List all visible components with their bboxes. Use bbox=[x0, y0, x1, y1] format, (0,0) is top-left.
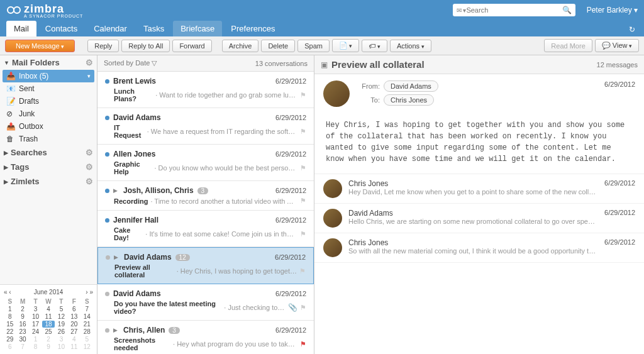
flag-icon[interactable]: ⚑ bbox=[300, 164, 306, 172]
cal-day[interactable]: 7 bbox=[16, 343, 28, 350]
expand-toggle-icon[interactable]: ▣ bbox=[321, 60, 328, 69]
cal-day[interactable]: 9 bbox=[42, 343, 54, 350]
conversation-item[interactable]: Brent Lewis 6/29/2012 Lunch Plans? · Wan… bbox=[97, 72, 314, 108]
delete-button[interactable]: Delete bbox=[261, 40, 295, 52]
user-menu[interactable]: Peter Barkley ▾ bbox=[582, 6, 638, 14]
cal-next-icons[interactable]: › » bbox=[86, 289, 93, 296]
flag-icon[interactable]: ⚑ bbox=[299, 267, 306, 275]
tab-tasks[interactable]: Tasks bbox=[136, 21, 172, 36]
cal-day[interactable]: 9 bbox=[16, 313, 28, 320]
tab-briefcase[interactable]: Briefcase bbox=[173, 21, 222, 36]
cal-day[interactable]: 1 bbox=[4, 306, 16, 313]
cal-day[interactable]: 5 bbox=[81, 336, 93, 343]
sidebar-folder-junk[interactable]: ⊘Junk bbox=[3, 108, 94, 120]
cal-day[interactable]: 5 bbox=[55, 306, 67, 313]
to-chip[interactable]: Chris Jones bbox=[384, 94, 434, 106]
conversation-item[interactable]: ▶ David Adams 12 6/29/2012 Preview all c… bbox=[97, 247, 314, 284]
sidebar-section[interactable]: ▶Searches⚙ bbox=[0, 145, 97, 160]
cal-day[interactable]: 13 bbox=[68, 313, 80, 320]
sidebar-folder-drafts[interactable]: 📝Drafts bbox=[3, 95, 94, 108]
tag-button[interactable]: 🏷 bbox=[362, 40, 387, 52]
flag-icon[interactable]: ⚑ bbox=[300, 128, 306, 136]
actions-button[interactable]: Actions bbox=[390, 40, 431, 52]
sidebar-folder-outbox[interactable]: 📤Outbox bbox=[3, 120, 94, 133]
sort-by[interactable]: Sorted by Date ▽ bbox=[104, 59, 157, 67]
cal-day[interactable]: 29 bbox=[4, 336, 16, 343]
reply-button[interactable]: Reply bbox=[87, 40, 119, 52]
flag-icon[interactable]: ⚑ bbox=[300, 91, 306, 99]
sidebar-folder-trash[interactable]: 🗑Trash bbox=[3, 133, 94, 145]
conversation-item[interactable]: David Adams 6/29/2012 IT Request · We ha… bbox=[97, 108, 314, 145]
conversation-item[interactable]: Allen Jones 6/29/2012 Graphic Help · Do … bbox=[97, 145, 314, 181]
cal-day[interactable]: 6 bbox=[4, 343, 16, 350]
gear-icon[interactable]: ⚙ bbox=[86, 162, 93, 172]
cal-day[interactable]: 3 bbox=[30, 306, 42, 313]
new-message-button[interactable]: New Message bbox=[5, 40, 75, 52]
gear-icon[interactable]: ⚙ bbox=[86, 148, 93, 157]
thread-item[interactable]: Chris Jones So with all the new material… bbox=[314, 233, 644, 263]
conversation-item[interactable]: ▶ Josh, Allison, Chris 3 6/29/2012 Recor… bbox=[97, 181, 314, 211]
cal-day[interactable]: 3 bbox=[55, 336, 67, 343]
folder-move-button[interactable]: 📄 bbox=[332, 39, 360, 52]
cal-day[interactable]: 19 bbox=[55, 321, 67, 328]
cal-day[interactable]: 28 bbox=[81, 328, 93, 335]
cal-day[interactable]: 15 bbox=[4, 321, 16, 328]
cal-day[interactable]: 18 bbox=[42, 321, 54, 328]
cal-day[interactable]: 21 bbox=[81, 321, 93, 328]
conversation-item[interactable]: David Adams 6/29/2012 Do you have the la… bbox=[97, 284, 314, 321]
cal-day[interactable]: 16 bbox=[16, 321, 28, 328]
sidebar-folder-inbox[interactable]: 📥Inbox (5)▾ bbox=[3, 70, 94, 82]
refresh-icon[interactable]: ↻ bbox=[626, 23, 638, 36]
conversation-item[interactable]: Jennifer Hall 6/29/2012 Cake Day! · It's… bbox=[97, 211, 314, 247]
flag-icon[interactable]: ⚑ bbox=[300, 304, 306, 312]
sidebar-section[interactable]: ▶Zimlets⚙ bbox=[0, 174, 97, 189]
gear-icon[interactable]: ⚙ bbox=[86, 177, 93, 186]
tab-calendar[interactable]: Calendar bbox=[86, 21, 135, 36]
flag-icon[interactable]: ⚑ bbox=[300, 340, 306, 348]
thread-item[interactable]: David Adams Hello Chris, we are starting… bbox=[314, 204, 644, 233]
cal-day[interactable]: 22 bbox=[4, 328, 16, 335]
gear-icon[interactable]: ⚙ bbox=[86, 58, 93, 67]
chevron-right-icon[interactable]: ▶ bbox=[114, 254, 118, 260]
cal-day[interactable]: 27 bbox=[68, 328, 80, 335]
search-icon[interactable]: 🔍 bbox=[562, 6, 572, 14]
sidebar-section[interactable]: ▶Tags⚙ bbox=[0, 160, 97, 174]
search-input[interactable] bbox=[466, 6, 562, 14]
tab-contacts[interactable]: Contacts bbox=[38, 21, 85, 36]
cal-day[interactable]: 26 bbox=[55, 328, 67, 335]
chevron-right-icon[interactable]: ▶ bbox=[113, 187, 118, 194]
read-more-button[interactable]: Read More bbox=[544, 39, 592, 52]
cal-day[interactable]: 12 bbox=[55, 313, 67, 320]
mail-folders-header[interactable]: ▼ Mail Folders ⚙ bbox=[0, 55, 97, 70]
flag-icon[interactable]: ⚑ bbox=[300, 230, 306, 238]
cal-prev-icons[interactable]: « ‹ bbox=[4, 289, 11, 296]
cal-day[interactable]: 4 bbox=[68, 336, 80, 343]
thread-item[interactable]: Chris Jones Hey David, Let me know when … bbox=[314, 174, 644, 204]
cal-day[interactable]: 7 bbox=[81, 306, 93, 313]
cal-day[interactable]: 8 bbox=[30, 343, 42, 350]
tab-mail[interactable]: Mail bbox=[6, 21, 36, 36]
flag-icon[interactable]: ⚑ bbox=[300, 197, 306, 205]
cal-day[interactable]: 10 bbox=[30, 313, 42, 320]
cal-day[interactable]: 12 bbox=[81, 343, 93, 350]
cal-day[interactable]: 4 bbox=[42, 306, 54, 313]
reply-all-button[interactable]: Reply to All bbox=[121, 40, 170, 52]
from-chip[interactable]: David Adams bbox=[384, 80, 438, 92]
cal-day[interactable]: 17 bbox=[30, 321, 42, 328]
cal-day[interactable]: 25 bbox=[42, 328, 54, 335]
search-box[interactable]: ✉ ▾ 🔍 bbox=[453, 4, 575, 16]
cal-day[interactable]: 24 bbox=[30, 328, 42, 335]
view-button[interactable]: 💬 View bbox=[595, 39, 639, 52]
cal-day[interactable]: 30 bbox=[16, 336, 28, 343]
cal-day[interactable]: 11 bbox=[42, 313, 54, 320]
cal-day[interactable]: 1 bbox=[30, 336, 42, 343]
forward-button[interactable]: Forward bbox=[172, 40, 211, 52]
cal-day[interactable]: 20 bbox=[68, 321, 80, 328]
archive-button[interactable]: Archive bbox=[222, 40, 259, 52]
cal-day[interactable]: 23 bbox=[16, 328, 28, 335]
cal-day[interactable]: 2 bbox=[16, 306, 28, 313]
cal-day[interactable]: 6 bbox=[68, 306, 80, 313]
cal-day[interactable]: 11 bbox=[68, 343, 80, 350]
cal-day[interactable]: 2 bbox=[42, 336, 54, 343]
chevron-right-icon[interactable]: ▶ bbox=[113, 327, 118, 333]
